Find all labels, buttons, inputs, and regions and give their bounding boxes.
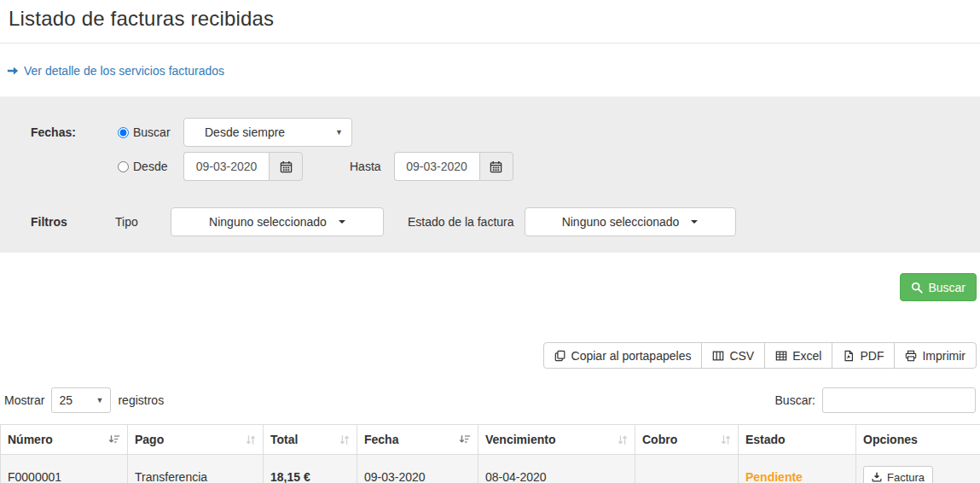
radio-desde[interactable]: [118, 161, 129, 172]
table-search-control: Buscar:: [775, 387, 976, 413]
caret-down-icon: [339, 220, 345, 224]
table-search-label: Buscar:: [775, 393, 815, 407]
radio-desde-label: Desde: [133, 160, 167, 173]
buscar-button-label: Buscar: [928, 281, 966, 294]
table-row: F0000001 Transferencia 18,15 € 09-03-202…: [1, 455, 980, 483]
radio-buscar-label: Buscar: [133, 125, 171, 139]
column-label: Cobro: [642, 433, 677, 446]
sort-both-icon: [618, 434, 628, 445]
excel-button-label: Excel: [792, 349, 821, 363]
date-from-input[interactable]: [183, 152, 269, 181]
estado-dropdown[interactable]: Ninguno seleccionado: [525, 207, 736, 236]
select-arrow-icon: ▼: [335, 128, 343, 137]
excel-export-button[interactable]: Excel: [764, 342, 832, 369]
pdf-export-button[interactable]: PDF: [832, 342, 895, 369]
column-label: Vencimiento: [485, 433, 555, 446]
fechas-label: Fechas:: [0, 125, 94, 139]
tipo-dropdown[interactable]: Ninguno seleccionado: [171, 207, 384, 236]
column-header-opciones: Opciones: [856, 425, 980, 455]
cell-pago: Transferencia: [128, 455, 264, 483]
radio-desde-option[interactable]: Desde: [118, 160, 171, 173]
filter-gap: [0, 183, 980, 205]
print-button-label: Imprimir: [922, 349, 966, 363]
copy-button-label: Copiar al portapapeles: [571, 349, 692, 363]
copy-icon: [554, 350, 566, 362]
cell-numero: F0000001: [1, 455, 128, 483]
download-factura-button[interactable]: Factura: [863, 466, 933, 483]
buscar-button[interactable]: Buscar: [900, 273, 977, 301]
copy-to-clipboard-button[interactable]: Copiar al portapapeles: [543, 342, 703, 369]
column-header-vencimiento[interactable]: Vencimiento: [478, 425, 635, 455]
estado-dropdown-value: Ninguno seleccionado: [562, 215, 680, 229]
column-label: Fecha: [364, 433, 398, 446]
sort-amount-icon: [108, 434, 120, 445]
detail-services-link[interactable]: Ver detalle de los servicios facturados: [24, 64, 224, 78]
export-toolbar: Copiar al portapapeles CSV: [0, 301, 980, 369]
cell-fecha: 09-03-2020: [357, 455, 478, 483]
page-title: Listado de facturas recibidas: [9, 7, 971, 31]
caret-down-icon: [691, 220, 698, 224]
column-label: Número: [8, 433, 53, 446]
column-header-cobro[interactable]: Cobro: [635, 425, 739, 455]
mostrar-label: Mostrar: [4, 393, 44, 407]
sort-both-icon: [721, 434, 731, 445]
date-from-group: [183, 152, 303, 181]
column-label: Estado: [745, 433, 786, 446]
column-header-estado[interactable]: Estado: [739, 425, 856, 455]
download-icon: [872, 472, 882, 482]
csv-columns-icon: [712, 350, 724, 362]
table-header-row: Número Pago Total Fecha: [1, 425, 980, 455]
table-controls: Mostrar 25 ▼ registros Buscar:: [0, 369, 980, 413]
filtros-label: Filtros: [0, 215, 94, 229]
arrow-right-icon: [7, 65, 19, 77]
detail-link-row: Ver detalle de los servicios facturados: [0, 44, 980, 78]
search-icon: [911, 282, 923, 294]
excel-table-icon: [775, 350, 787, 362]
column-label: Pago: [135, 433, 164, 446]
sort-amount-icon: [459, 434, 471, 445]
tipo-label: Tipo: [115, 215, 171, 229]
fechas-row-desde: Desde Hasta: [0, 149, 980, 183]
cell-cobro: [635, 455, 739, 483]
cell-vencimiento: 08-04-2020: [478, 455, 635, 483]
pdf-button-label: PDF: [860, 349, 884, 363]
page-length-select[interactable]: 25 ▼: [51, 387, 111, 413]
page-length-control: Mostrar 25 ▼ registros: [4, 387, 164, 413]
radio-buscar-option[interactable]: Buscar: [118, 125, 171, 139]
status-badge: Pendiente: [739, 455, 856, 483]
registros-label: registros: [118, 393, 164, 407]
column-header-fecha[interactable]: Fecha: [357, 425, 478, 455]
invoices-table: Número Pago Total Fecha: [0, 424, 980, 483]
column-header-numero[interactable]: Número: [1, 425, 128, 455]
date-to-input[interactable]: [394, 152, 479, 181]
calendar-icon[interactable]: [269, 152, 303, 181]
column-label: Total: [270, 433, 298, 446]
tipo-dropdown-value: Ninguno seleccionado: [209, 215, 327, 229]
estado-factura-label: Estado de la factura: [408, 215, 514, 229]
calendar-icon[interactable]: [479, 152, 513, 181]
column-header-pago[interactable]: Pago: [128, 425, 264, 455]
filter-panel: Fechas: Buscar Desde siempre ▼ Desde: [0, 96, 980, 253]
period-select-value: Desde siempre: [205, 125, 285, 139]
sort-both-icon: [339, 434, 350, 445]
period-select[interactable]: Desde siempre ▼: [183, 118, 352, 147]
csv-button-label: CSV: [729, 349, 754, 363]
hasta-label: Hasta: [350, 160, 381, 173]
column-label: Opciones: [863, 433, 918, 446]
printer-icon: [905, 350, 917, 362]
select-arrow-icon: ▼: [96, 396, 104, 404]
page-length-value: 25: [59, 393, 72, 407]
sort-both-icon: [246, 434, 256, 445]
factura-button-label: Factura: [887, 471, 925, 483]
date-to-group: [394, 152, 513, 181]
filtros-row: Filtros Tipo Ninguno seleccionado Estado…: [0, 205, 980, 239]
radio-buscar[interactable]: [118, 127, 129, 138]
csv-export-button[interactable]: CSV: [701, 342, 765, 369]
page-header: Listado de facturas recibidas: [0, 0, 980, 39]
column-header-total[interactable]: Total: [264, 425, 357, 455]
search-button-row: Buscar: [0, 253, 980, 301]
print-button[interactable]: Imprimir: [894, 342, 977, 369]
cell-opciones: Factura: [856, 455, 980, 483]
table-search-input[interactable]: [822, 387, 976, 413]
pdf-file-icon: [843, 350, 855, 362]
